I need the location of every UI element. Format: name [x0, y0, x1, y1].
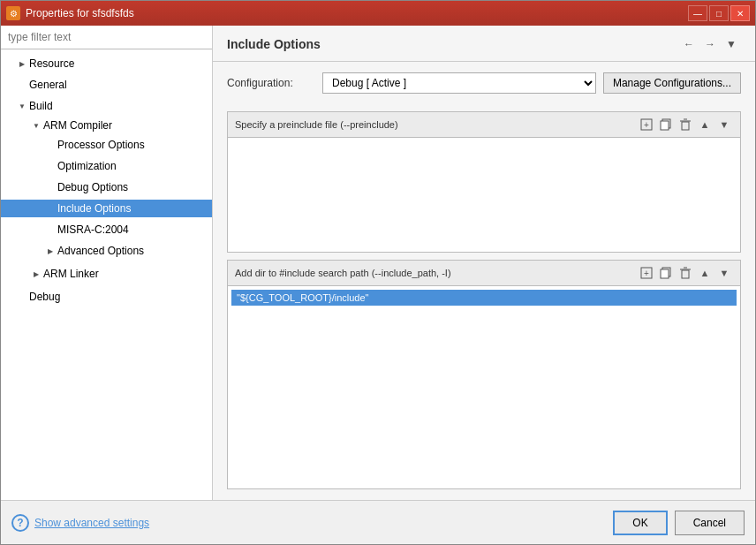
tree-item-resource: ▶ Resource	[1, 53, 212, 74]
tree: ▶ Resource General ▼ Build	[1, 49, 212, 311]
tree-item-general: General	[1, 74, 212, 95]
expander-include-options	[43, 201, 57, 216]
expander-debug-options	[43, 180, 57, 194]
include-path-section-icons: + ▲ ▼	[638, 264, 733, 282]
expander-misra	[43, 223, 57, 237]
window-icon: ⚙	[6, 6, 20, 20]
expander-general	[15, 78, 29, 92]
include-path-section-title: Add dir to #include search path (--inclu…	[235, 268, 451, 278]
preinclude-section-title: Specify a preinclude file (--preinclude)	[235, 119, 398, 130]
cancel-button[interactable]: Cancel	[675, 511, 745, 535]
close-button[interactable]: ✕	[730, 5, 750, 21]
label-general: General	[29, 79, 67, 91]
tree-item-arm-compiler: ▼ ARM Compiler Processor Options	[1, 115, 212, 263]
expander-advanced-options: ▶	[43, 244, 57, 258]
label-advanced-options: Advanced Options	[57, 245, 144, 257]
tree-row-advanced-options[interactable]: ▶ Advanced Options	[1, 242, 212, 260]
preinclude-down-button[interactable]: ▼	[715, 116, 733, 133]
title-bar-controls: — □ ✕	[688, 5, 750, 21]
tree-item-arm-linker: ▶ ARM Linker	[1, 263, 212, 284]
tree-row-general[interactable]: General	[1, 76, 212, 94]
include-path-add-button[interactable]: +	[638, 264, 655, 282]
preinclude-add-button[interactable]: +	[638, 116, 655, 133]
right-panel: Include Options ← → ▼ Configuration: Deb…	[213, 26, 755, 500]
help-icon[interactable]: ?	[11, 514, 29, 532]
tree-row-arm-linker[interactable]: ▶ ARM Linker	[1, 265, 212, 283]
ok-button[interactable]: OK	[613, 511, 667, 535]
expander-arm-compiler: ▼	[29, 118, 43, 132]
preinclude-section-header: Specify a preinclude file (--preinclude)…	[228, 112, 740, 138]
tree-row-debug[interactable]: Debug	[1, 288, 212, 306]
tree-row-optimization[interactable]: Optimization	[1, 157, 212, 175]
title-bar: ⚙ Properties for sfsdfsfds — □ ✕	[1, 1, 755, 26]
include-path-section-content: "${CG_TOOL_ROOT}/include"	[228, 286, 740, 488]
tree-row-include-options[interactable]: Include Options	[1, 200, 212, 217]
tree-item-debug: Debug	[1, 286, 212, 307]
sections-container: Specify a preinclude file (--preinclude)…	[227, 111, 741, 489]
tree-row-resource[interactable]: ▶ Resource	[1, 55, 212, 72]
label-processor-options: Processor Options	[57, 139, 145, 151]
svg-text:+: +	[644, 269, 649, 278]
main-content: ▶ Resource General ▼ Build	[1, 26, 755, 500]
tree-item-build: ▼ Build ▼ ARM Compiler Proc	[1, 95, 212, 286]
config-select[interactable]: Debug [ Active ]	[322, 72, 596, 94]
panel-header: Include Options ← → ▼	[213, 26, 755, 62]
svg-rect-10	[661, 269, 669, 278]
footer-right: OK Cancel	[613, 511, 745, 535]
forward-button[interactable]: →	[700, 34, 720, 54]
panel-title: Include Options	[227, 37, 321, 51]
expander-resource: ▶	[15, 57, 29, 71]
footer-bar: ? Show advanced settings OK Cancel	[1, 500, 755, 544]
footer-left: ? Show advanced settings	[11, 514, 149, 532]
manage-configurations-button[interactable]: Manage Configurations...	[603, 72, 741, 94]
maximize-button[interactable]: □	[709, 5, 729, 21]
title-bar-left: ⚙ Properties for sfsdfsfds	[6, 6, 134, 20]
expander-processor-options	[43, 138, 57, 152]
tree-row-processor-options[interactable]: Processor Options	[1, 136, 212, 154]
label-build: Build	[29, 100, 53, 112]
include-path-section-header: Add dir to #include search path (--inclu…	[228, 261, 740, 286]
minimize-button[interactable]: —	[688, 5, 707, 21]
include-path-down-button[interactable]: ▼	[715, 264, 733, 282]
tree-item-advanced-options: ▶ Advanced Options	[1, 240, 212, 261]
main-window: ⚙ Properties for sfsdfsfds — □ ✕ ▶ Resou…	[0, 0, 756, 545]
label-arm-compiler: ARM Compiler	[43, 119, 112, 132]
label-include-options: Include Options	[57, 202, 131, 215]
label-debug-options: Debug Options	[57, 181, 128, 193]
back-button[interactable]: ←	[679, 34, 699, 54]
include-path-copy-button[interactable]	[657, 264, 675, 282]
include-path-section: Add dir to #include search path (--inclu…	[227, 260, 741, 489]
svg-text:+: +	[644, 120, 649, 130]
include-path-delete-button[interactable]	[677, 264, 694, 282]
tree-row-debug-options[interactable]: Debug Options	[1, 178, 212, 196]
tree-row-arm-compiler[interactable]: ▼ ARM Compiler	[1, 117, 212, 134]
preinclude-delete-button[interactable]	[677, 116, 694, 133]
preinclude-section-icons: + ▲ ▼	[638, 116, 733, 133]
search-input[interactable]	[1, 26, 212, 49]
expander-arm-linker: ▶	[29, 267, 43, 281]
label-resource: Resource	[29, 57, 74, 70]
include-path-item[interactable]: "${CG_TOOL_ROOT}/include"	[231, 290, 737, 306]
tree-item-debug-options: Debug Options	[1, 177, 212, 198]
expander-optimization	[43, 159, 57, 173]
label-optimization: Optimization	[57, 160, 117, 172]
sidebar: ▶ Resource General ▼ Build	[1, 26, 213, 500]
window-title: Properties for sfsdfsfds	[26, 7, 134, 19]
tree-item-processor-options: Processor Options	[1, 134, 212, 155]
panel-toolbar: ← → ▼	[679, 34, 741, 54]
preinclude-section: Specify a preinclude file (--preinclude)…	[227, 111, 741, 253]
config-row: Configuration: Debug [ Active ] Manage C…	[227, 72, 741, 94]
config-label: Configuration:	[227, 77, 315, 89]
label-arm-linker: ARM Linker	[43, 268, 99, 280]
tree-row-build[interactable]: ▼ Build	[1, 97, 212, 115]
include-path-up-button[interactable]: ▲	[696, 264, 714, 282]
preinclude-copy-button[interactable]	[657, 116, 675, 133]
tree-row-misra[interactable]: MISRA-C:2004	[1, 221, 212, 238]
show-advanced-settings-link[interactable]: Show advanced settings	[34, 517, 149, 529]
tree-item-misra: MISRA-C:2004	[1, 219, 212, 240]
preinclude-up-button[interactable]: ▲	[696, 116, 714, 133]
dropdown-button[interactable]: ▼	[722, 34, 741, 54]
label-debug: Debug	[29, 291, 60, 303]
preinclude-section-content	[228, 138, 740, 252]
svg-rect-3	[661, 121, 669, 130]
